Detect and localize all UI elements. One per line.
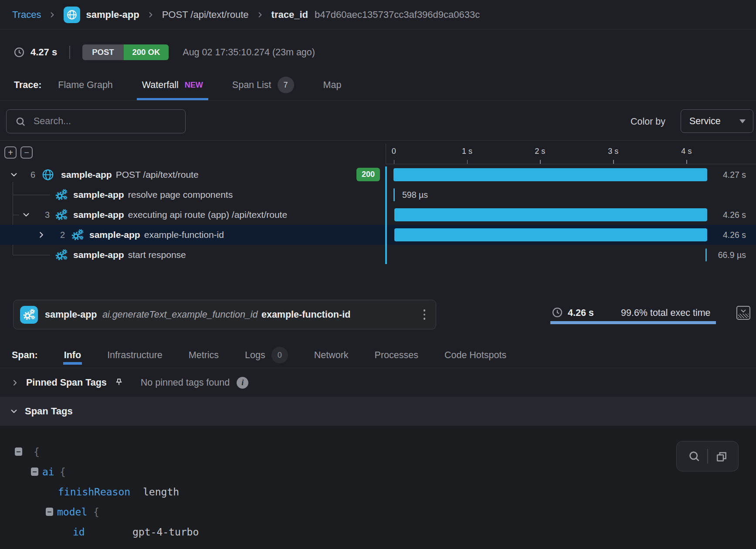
chevron-right-icon	[256, 11, 264, 19]
minimap-toggle-button[interactable]	[736, 306, 750, 320]
caret-down-icon	[739, 119, 746, 123]
divider	[69, 46, 70, 59]
json-brace: {	[60, 462, 66, 482]
span-bar[interactable]	[393, 188, 395, 201]
axis-tick	[394, 160, 395, 164]
trace-tabs-label: Trace:	[14, 80, 41, 91]
waterfall-row-executing[interactable]: 3 sample-appexecuting api route (app) /a…	[0, 205, 756, 225]
breadcrumb-service[interactable]: sample-app	[64, 7, 139, 23]
json-key: model	[57, 502, 87, 522]
kebab-menu-icon[interactable]	[422, 308, 427, 322]
axis-tick-label: 4 s	[681, 147, 692, 156]
clock-icon	[13, 46, 25, 58]
axis-tick-label: 2 s	[535, 147, 545, 156]
span-tabs: Span: Info Infrastructure Metrics Logs 0…	[0, 342, 756, 368]
json-value: gpt-4-turbo	[132, 522, 199, 542]
globe-icon	[64, 7, 80, 23]
waterfall-row-root[interactable]: 6 sample-appPOST /api/text/route 200 4.2…	[0, 165, 756, 185]
execution-start-indicator	[385, 166, 387, 264]
pinned-empty-message: No pinned tags found	[141, 377, 230, 388]
search-icon	[15, 116, 26, 127]
span-bar[interactable]	[393, 168, 707, 181]
chevron-right-icon	[147, 11, 155, 19]
tab-info[interactable]: Info	[64, 342, 81, 368]
tab-network[interactable]: Network	[314, 342, 349, 368]
span-bar[interactable]	[394, 228, 707, 241]
tab-processes[interactable]: Processes	[375, 342, 418, 368]
timeline-lane: 598 µs	[386, 185, 756, 205]
span-tree: 6 sample-appPOST /api/text/route 200 4.2…	[0, 165, 756, 265]
http-method-badge: POST	[82, 44, 123, 60]
active-tab-underline	[63, 362, 82, 365]
breadcrumb-traces-link[interactable]: Traces	[12, 9, 41, 20]
chevron-right-icon[interactable]	[37, 230, 46, 239]
timeline-lane	[386, 245, 756, 265]
tab-waterfall[interactable]: Waterfall NEW	[142, 70, 203, 100]
gears-icon	[71, 228, 84, 241]
json-key: id	[73, 522, 85, 542]
waterfall-row-example-function[interactable]: 2 sample-appexample-function-id 4.26 s	[0, 225, 756, 245]
hatch-pattern	[738, 314, 749, 318]
tab-code-hotspots[interactable]: Code Hotspots	[444, 342, 506, 368]
waterfall-row-start-response[interactable]: sample-appstart response 66.9 µs	[0, 245, 756, 265]
json-line-ai: ai {	[0, 462, 756, 482]
collapse-all-button[interactable]: −	[20, 146, 33, 159]
selected-span-card[interactable]: sample-app ai.generateText_example_funct…	[13, 300, 436, 329]
tab-span-list[interactable]: Span List 7	[232, 70, 294, 100]
json-line-id: id gpt-4-turbo	[0, 522, 756, 542]
search-box	[6, 109, 186, 133]
tab-infrastructure[interactable]: Infrastructure	[107, 342, 163, 368]
expand-all-button[interactable]: +	[4, 146, 17, 159]
trace-id-label: trace_id	[271, 9, 308, 20]
collapse-toggle[interactable]	[46, 508, 53, 516]
gears-icon	[55, 248, 68, 261]
axis-tick	[613, 160, 614, 164]
chevron-down-icon[interactable]	[10, 170, 18, 179]
tab-map[interactable]: Map	[323, 70, 342, 100]
breadcrumb-resource[interactable]: POST /api/text/route	[162, 9, 249, 20]
tab-metrics[interactable]: Metrics	[189, 342, 219, 368]
logs-count-badge: 0	[271, 347, 288, 363]
info-icon[interactable]: i	[237, 377, 248, 389]
color-by-value: Service	[689, 116, 721, 127]
span-bar[interactable]	[394, 208, 707, 221]
child-count: 2	[60, 225, 65, 245]
span-tags-header[interactable]: Span Tags	[0, 397, 756, 426]
collapse-toggle[interactable]	[31, 468, 38, 476]
chevron-right-icon	[48, 11, 56, 19]
waterfall-toolbar: Color by Service	[0, 109, 756, 134]
json-key: finishReason	[58, 482, 130, 502]
gears-icon	[55, 208, 68, 221]
span-count-badge: 7	[278, 77, 294, 93]
trace-timestamp: Aug 02 17:35:10.274 (23m ago)	[183, 47, 315, 58]
span-label: sample-appstart response	[73, 245, 186, 265]
span-duration: 4.26 s	[723, 225, 746, 245]
span-label: sample-appPOST /api/text/route	[61, 165, 199, 185]
color-by-select[interactable]: Service	[681, 109, 753, 133]
request-badges: POST 200 OK	[82, 44, 169, 60]
trace-detail-view: Traces sample-app POST /api/text/route t…	[0, 0, 756, 549]
new-badge: NEW	[185, 81, 203, 90]
waterfall-row-resolve[interactable]: sample-appresolve page components 598 µs	[0, 185, 756, 205]
chevron-right-icon[interactable]	[11, 379, 19, 387]
pinned-span-tags-title[interactable]: Pinned Span Tags	[26, 377, 107, 388]
selected-span-header: sample-app ai.generateText_example_funct…	[0, 299, 756, 332]
tab-flame-graph[interactable]: Flame Graph	[58, 70, 112, 100]
collapse-toggle[interactable]	[15, 447, 22, 456]
timeline-lane	[386, 205, 756, 225]
tab-logs[interactable]: Logs 0	[245, 342, 288, 368]
span-bar[interactable]	[705, 248, 707, 261]
span-tags-title: Span Tags	[25, 406, 73, 417]
axis-tick-label: 1 s	[462, 147, 472, 156]
json-value: length	[143, 482, 179, 502]
chevron-down-icon[interactable]	[22, 210, 31, 219]
selected-span-title: sample-app ai.generateText_example_funct…	[45, 309, 350, 320]
axis-tick	[686, 160, 687, 164]
color-by-label: Color by	[631, 109, 665, 134]
tree-expand-controls: + −	[4, 146, 33, 159]
axis-tick	[467, 160, 468, 164]
http-status-badge: 200 OK	[124, 44, 169, 60]
search-input[interactable]	[6, 109, 186, 133]
breadcrumb: Traces sample-app POST /api/text/route t…	[0, 0, 756, 30]
chevron-down-icon[interactable]	[10, 407, 18, 416]
